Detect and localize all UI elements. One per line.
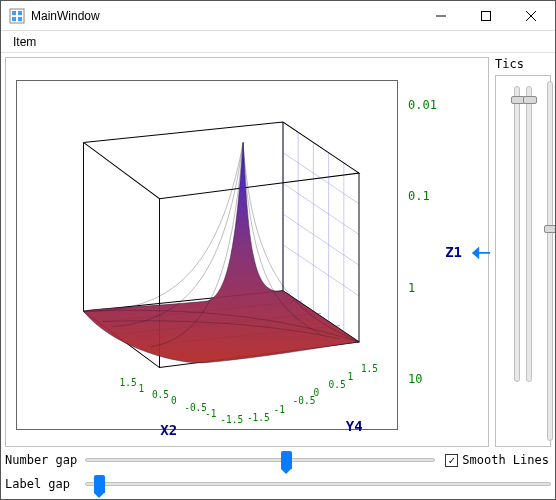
svg-rect-2 — [18, 11, 22, 15]
checkbox-box[interactable]: ✓ — [445, 454, 458, 467]
plot-canvas[interactable]: 1.5 1 0.5 0 -0.5 -1 -1.5 -1.5 -1 -0.5 0 … — [16, 80, 398, 430]
maximize-button[interactable] — [463, 1, 508, 30]
svg-rect-3 — [12, 17, 16, 21]
tics-vslider-2[interactable] — [526, 86, 532, 382]
svg-text:-1: -1 — [205, 407, 216, 418]
svg-text:-0.5: -0.5 — [184, 401, 207, 412]
plot-frame: 1.5 1 0.5 0 -0.5 -1 -1.5 -1.5 -1 -0.5 0 … — [5, 57, 489, 447]
svg-line-20 — [283, 214, 359, 265]
z-tick: 0.01 — [408, 98, 470, 112]
svg-text:1: 1 — [348, 371, 354, 382]
svg-line-21 — [283, 245, 359, 296]
svg-text:-1.5: -1.5 — [247, 411, 270, 422]
app-icon — [9, 8, 25, 24]
slider-thumb[interactable] — [544, 225, 556, 233]
number-gap-slider[interactable] — [85, 450, 435, 470]
svg-text:1: 1 — [139, 383, 145, 394]
z-tick: 10 — [408, 372, 470, 386]
z-axis-ticks: 0.01 0.1 1 10 — [408, 98, 470, 386]
svg-text:0: 0 — [313, 387, 319, 398]
svg-text:1.5: 1.5 — [361, 362, 378, 373]
menubar: Item — [1, 31, 555, 53]
label-gap-label: Label gap — [5, 477, 79, 491]
edge-vslider[interactable] — [547, 81, 553, 441]
checkbox-label: Smooth Lines — [462, 453, 549, 467]
svg-line-18 — [283, 153, 359, 204]
z-axis-label: Z1 — [445, 244, 462, 260]
content-area: 1.5 1 0.5 0 -0.5 -1 -1.5 -1.5 -1 -0.5 0 … — [1, 53, 555, 499]
z-tick: 1 — [408, 281, 470, 295]
tics-vslider-1[interactable] — [514, 86, 520, 382]
label-gap-slider[interactable] — [85, 474, 551, 494]
minimize-button[interactable] — [418, 1, 463, 30]
smooth-lines-checkbox[interactable]: ✓ Smooth Lines — [445, 453, 549, 467]
surface3d-svg: 1.5 1 0.5 0 -0.5 -1 -1.5 -1.5 -1 -0.5 0 … — [17, 81, 397, 429]
svg-text:1.5: 1.5 — [120, 377, 137, 388]
svg-text:-1: -1 — [274, 403, 285, 414]
number-gap-row: Number gap ✓ Smooth Lines — [5, 449, 551, 471]
svg-line-19 — [283, 183, 359, 234]
tics-label: Tics — [495, 57, 524, 71]
slider-thumb[interactable] — [281, 451, 292, 469]
svg-rect-4 — [18, 17, 22, 21]
upper-row: 1.5 1 0.5 0 -0.5 -1 -1.5 -1.5 -1 -0.5 0 … — [5, 57, 551, 447]
label-gap-row: Label gap — [5, 473, 551, 495]
slider-thumb[interactable] — [523, 96, 537, 104]
svg-text:-1.5: -1.5 — [220, 414, 243, 425]
close-button[interactable] — [508, 1, 553, 30]
z-tick: 0.1 — [408, 189, 470, 203]
tics-slider-group — [495, 75, 551, 447]
svg-text:0: 0 — [171, 395, 177, 406]
x-axis-label: X2 — [160, 422, 177, 438]
window-title: MainWindow — [31, 9, 418, 23]
y-axis-label: Y4 — [346, 418, 363, 434]
slider-thumb[interactable] — [94, 475, 105, 493]
svg-text:0.5: 0.5 — [152, 389, 169, 400]
svg-text:-0.5: -0.5 — [293, 395, 316, 406]
pointer-arrow-icon[interactable] — [470, 239, 492, 265]
window-titlebar: MainWindow — [1, 1, 555, 31]
number-gap-label: Number gap — [5, 453, 79, 467]
svg-rect-1 — [12, 11, 16, 15]
menu-item[interactable]: Item — [7, 33, 42, 51]
svg-rect-6 — [481, 11, 490, 20]
svg-text:0.5: 0.5 — [329, 379, 346, 390]
tics-panel: Tics — [495, 57, 551, 447]
